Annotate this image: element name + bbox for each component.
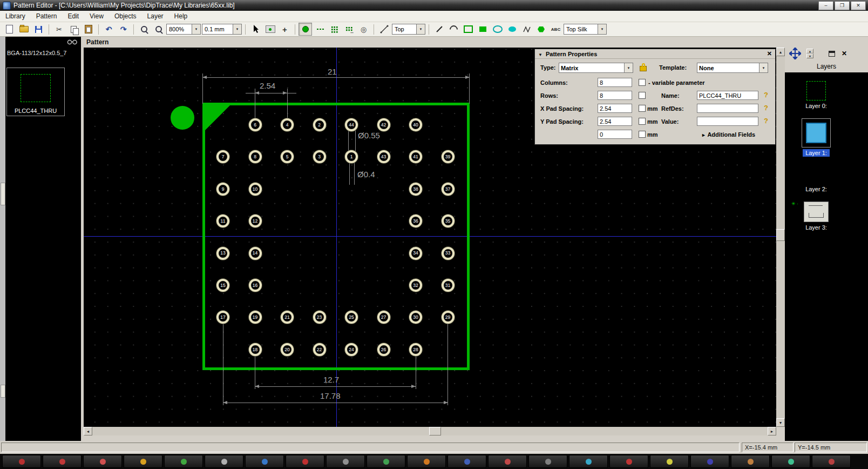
pad-29[interactable]: 29 <box>442 311 455 324</box>
chevron-down-icon[interactable] <box>624 63 633 72</box>
left-scrollbar-thumb2[interactable] <box>1 385 5 398</box>
extra-variable-checkbox[interactable] <box>639 131 646 138</box>
layer-item-0[interactable]: Layer 0: <box>789 81 843 110</box>
name-input[interactable] <box>697 91 758 100</box>
spinner-down-icon[interactable] <box>806 53 813 58</box>
pad-style-button[interactable] <box>263 23 277 36</box>
left-scrollbar[interactable] <box>0 37 5 441</box>
pad-9[interactable]: 9 <box>216 183 229 196</box>
undo-button[interactable] <box>102 23 116 36</box>
silk-layer-select[interactable]: Top Silk <box>564 24 607 35</box>
search-binoculars-icon[interactable] <box>67 39 78 45</box>
layer-label[interactable]: Layer 1: <box>803 149 830 157</box>
pad-27[interactable]: 27 <box>377 311 390 324</box>
new-button[interactable] <box>3 23 16 36</box>
save-button[interactable] <box>32 23 45 36</box>
pad-array-tool-button[interactable] <box>342 23 356 36</box>
y-spacing-variable-checkbox[interactable] <box>639 118 646 125</box>
pad-37[interactable]: 37 <box>442 183 455 196</box>
redo-button[interactable] <box>117 23 130 36</box>
silkscreen-outline[interactable] <box>202 103 470 370</box>
taskbar-app-20[interactable] <box>771 455 810 468</box>
layer-label[interactable]: Layer 3: <box>803 224 830 231</box>
taskbar-app-12[interactable] <box>447 455 486 468</box>
pad-43[interactable]: 43 <box>377 150 390 163</box>
pad-35[interactable]: 35 <box>442 215 455 227</box>
place-pad-tool-button[interactable] <box>299 23 312 36</box>
taskbar-app-10[interactable] <box>367 455 405 468</box>
menu-view[interactable]: View <box>84 12 109 20</box>
pad-15[interactable]: 15 <box>216 279 229 292</box>
open-button[interactable] <box>17 23 31 36</box>
taskbar-app-15[interactable] <box>569 455 608 468</box>
pad-circle-tool-button[interactable] <box>357 23 370 36</box>
chevron-down-icon[interactable] <box>759 63 768 72</box>
horizontal-scroll-thumb[interactable] <box>429 427 441 435</box>
polyline-tool-button[interactable] <box>520 23 533 36</box>
pad-24[interactable]: 24 <box>345 343 358 356</box>
taskbar-app-3[interactable] <box>83 455 122 468</box>
library-item-bga[interactable]: BGA-113/12x12x0.5_7 <box>5 48 81 57</box>
pad-19[interactable]: 19 <box>249 311 262 324</box>
pad-4[interactable]: 4 <box>281 118 294 131</box>
taskbar-app-9[interactable] <box>326 455 365 468</box>
layer-label[interactable]: Layer 2: <box>803 185 830 193</box>
side-select[interactable]: Top <box>392 24 425 35</box>
pad-22[interactable]: 22 <box>313 343 326 356</box>
columns-variable-checkbox[interactable] <box>639 79 646 86</box>
layer-thumbnail-icon[interactable] <box>802 118 831 148</box>
maximize-button[interactable]: ❐ <box>835 1 850 10</box>
zoom-mode-button[interactable] <box>152 23 165 36</box>
filled-ellipse-tool-button[interactable] <box>505 23 519 36</box>
text-tool-button[interactable]: ABC <box>549 23 562 36</box>
taskbar-app-6[interactable] <box>205 455 243 468</box>
scroll-left-button[interactable] <box>84 427 92 435</box>
taskbar-app-18[interactable] <box>690 455 729 468</box>
zoom-select[interactable]: 800% <box>166 24 201 35</box>
grid-select[interactable]: 0.1 mm <box>202 24 242 35</box>
polygon-tool-button[interactable] <box>534 23 548 36</box>
taskbar-app-19[interactable] <box>731 455 770 468</box>
rows-variable-checkbox[interactable] <box>639 92 646 99</box>
dialog-header[interactable]: Pattern Properties <box>535 49 775 59</box>
chevron-down-icon[interactable] <box>192 24 200 34</box>
refdes-input[interactable] <box>697 104 758 113</box>
taskbar-app-16[interactable] <box>609 455 648 468</box>
pad-40[interactable]: 40 <box>409 118 422 131</box>
chevron-down-icon[interactable] <box>598 24 606 34</box>
layer-thumbnail-icon[interactable] <box>806 81 826 100</box>
paste-button[interactable] <box>82 23 95 36</box>
pad-11[interactable]: 11 <box>216 215 229 227</box>
taskbar-app-5[interactable] <box>164 455 203 468</box>
pad-20[interactable]: 20 <box>281 343 294 356</box>
pad-12[interactable]: 12 <box>249 215 262 227</box>
pad-26[interactable]: 26 <box>377 343 390 356</box>
pad-33[interactable]: 33 <box>442 247 455 260</box>
template-select[interactable]: None <box>697 63 768 73</box>
spinner-up-icon[interactable] <box>806 49 813 53</box>
measure-tool-button[interactable] <box>377 23 391 36</box>
rectangle-tool-button[interactable] <box>462 23 475 36</box>
pointer-tool-button[interactable] <box>249 23 262 36</box>
extra-spacing-input[interactable] <box>598 130 632 139</box>
pad-23[interactable]: 23 <box>313 311 326 324</box>
pad-8[interactable]: 8 <box>249 150 262 163</box>
additional-fields-toggle[interactable]: Additional Fields <box>701 131 755 138</box>
x-pad-spacing-input[interactable] <box>598 104 632 113</box>
taskbar-app-1[interactable] <box>2 455 41 468</box>
taskbar-app-14[interactable] <box>528 455 567 468</box>
pad-36[interactable]: 36 <box>409 215 422 227</box>
menu-objects[interactable]: Objects <box>109 12 142 20</box>
menu-layer[interactable]: Layer <box>142 12 169 20</box>
dialog-close-icon[interactable] <box>767 50 772 57</box>
columns-input[interactable] <box>598 78 632 87</box>
line-tool-button[interactable] <box>432 23 446 36</box>
library-item-selected[interactable]: PLCC44_THRU <box>6 68 65 116</box>
x-spacing-variable-checkbox[interactable] <box>639 105 646 112</box>
pad-34[interactable]: 34 <box>409 247 422 260</box>
scroll-up-button[interactable] <box>776 48 785 56</box>
origin-tool-button[interactable] <box>278 23 291 36</box>
scroll-right-button[interactable] <box>768 427 776 435</box>
type-select[interactable]: Matrix <box>559 63 633 73</box>
taskbar-app-11[interactable] <box>407 455 446 468</box>
